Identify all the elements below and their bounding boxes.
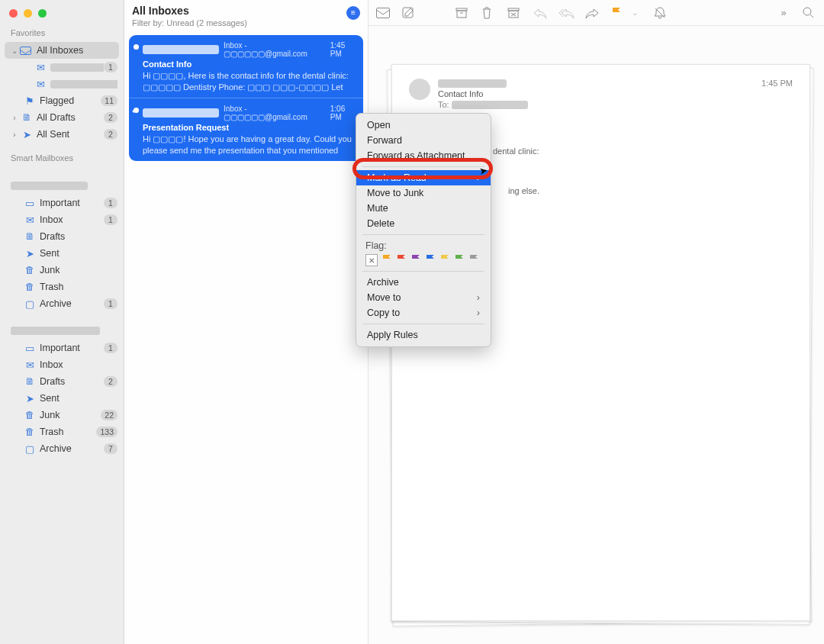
sidebar-item-label: Important: [40, 198, 104, 208]
inbox-icon: ✉︎: [34, 62, 47, 73]
sidebar-item-drafts[interactable]: 🗎 Drafts 2: [0, 373, 124, 390]
sidebar-item-label: Trash: [40, 427, 96, 437]
flag-orange-button[interactable]: [381, 254, 392, 263]
sidebar-item-junk[interactable]: 🗑 Junk 22: [0, 407, 124, 423]
drafts-icon: 🗎: [23, 231, 37, 242]
sidebar-item-account-a[interactable]: ✉︎ ▢▢▢▢▢@g… 1: [0, 59, 124, 76]
flag-yellow-button[interactable]: [439, 254, 450, 263]
flag-green-button[interactable]: [454, 254, 465, 263]
chevron-right-icon[interactable]: ›: [11, 114, 18, 122]
sidebar-item-sent[interactable]: ➤ Sent: [0, 390, 124, 407]
folder-icon: ▭: [23, 343, 37, 354]
account-header-1[interactable]: ▢▢▢▢▢@gmail.com: [0, 178, 124, 195]
sidebar-item-important[interactable]: ▭ Important 1: [0, 340, 124, 356]
sidebar-item-trash[interactable]: 🗑 Trash: [0, 279, 124, 295]
menu-forward[interactable]: Forward: [356, 133, 491, 148]
sidebar-item-label: Important: [40, 343, 104, 353]
sidebar-item-label: ▢▢▢▢▢@g…: [50, 62, 104, 72]
sidebar-item-sent[interactable]: ➤ Sent: [0, 245, 124, 262]
message-row[interactable]: ↩ ▢▢▢▢▢▢▢▢▢▢ Inbox - ▢▢▢▢▢▢@gmail.com 1:…: [129, 98, 363, 161]
drafts-icon: 🗎: [20, 112, 34, 123]
chevron-right-icon: ›: [477, 172, 480, 183]
filter-button[interactable]: ≡: [346, 6, 360, 20]
badge-count: 133: [96, 427, 117, 437]
junk-button[interactable]: [507, 8, 521, 18]
sidebar-item-all-sent[interactable]: › ➤ All Sent 2: [0, 126, 124, 143]
sidebar-item-label: Junk: [40, 265, 117, 275]
badge-count: 1: [104, 198, 117, 208]
menu-archive[interactable]: Archive: [356, 275, 491, 290]
flag-purple-button[interactable]: [410, 254, 421, 263]
sidebar-item-trash[interactable]: 🗑 Trash 133: [0, 423, 124, 440]
sidebar-item-label: Inbox: [40, 214, 104, 225]
forward-button[interactable]: [585, 8, 599, 18]
message-row[interactable]: ▢▢▢▢▢▢▢▢▢▢ Inbox - ▢▢▢▢▢▢@gmail.com 1:45…: [129, 35, 363, 98]
get-mail-button[interactable]: [376, 8, 390, 18]
flag-gray-button[interactable]: [468, 254, 479, 263]
chevron-right-icon[interactable]: ›: [11, 130, 18, 139]
flag-red-button[interactable]: [396, 254, 407, 263]
sidebar-item-all-inboxes[interactable]: ⌄ All Inboxes: [5, 42, 119, 59]
sidebar-item-account-b[interactable]: ✉︎ ▢▢▢▢▢▢▢▢▢▢▢: [0, 76, 124, 92]
sidebar-item-label: Inbox: [40, 359, 117, 370]
sidebar-item-label: All Drafts: [37, 112, 104, 123]
mail-to: To: ▢▢▢▢▢@gmail.com: [438, 100, 528, 109]
archive-button[interactable]: [455, 8, 469, 18]
sidebar-item-junk[interactable]: 🗑 Junk: [0, 262, 124, 279]
message-time: 1:45 PM: [330, 41, 356, 58]
menu-separator: [362, 271, 484, 272]
flag-button[interactable]: [611, 7, 625, 19]
reply-all-button[interactable]: [559, 8, 573, 18]
menu-delete[interactable]: Delete: [356, 216, 491, 231]
archive-icon: ▢: [23, 298, 37, 310]
menu-forward-as-attachment[interactable]: Forward as Attachment: [356, 148, 491, 163]
badge-count: 1: [104, 298, 117, 309]
sent-icon: ➤: [23, 248, 37, 259]
flag-dropdown-button[interactable]: ⌄: [628, 8, 642, 17]
flag-blue-button[interactable]: [425, 254, 436, 263]
sidebar-item-label: All Sent: [37, 129, 104, 140]
reply-button[interactable]: [533, 8, 547, 18]
message-preview: Hi ▢▢▢▢! Hope you are having a great day…: [143, 134, 356, 155]
inbox-icon: ✉︎: [23, 214, 37, 226]
menu-copy-to[interactable]: Copy to›: [356, 305, 491, 320]
compose-button[interactable]: [402, 7, 416, 19]
sidebar-item-all-drafts[interactable]: › 🗎 All Drafts 2: [0, 109, 124, 126]
mute-button[interactable]: [654, 7, 668, 19]
context-menu: Open Forward Forward as Attachment Mark …: [356, 113, 491, 347]
sidebar-item-drafts[interactable]: 🗎 Drafts: [0, 228, 124, 245]
menu-mute[interactable]: Mute: [356, 201, 491, 216]
minimize-window-button[interactable]: [24, 9, 32, 18]
search-button[interactable]: [803, 7, 816, 18]
menu-mark-as-read[interactable]: Mark as Read›: [356, 170, 491, 185]
menu-move-to-junk[interactable]: Move to Junk: [356, 185, 491, 201]
sidebar-item-important[interactable]: ▭ Important 1: [0, 195, 124, 211]
trash-icon: 🗑: [23, 427, 37, 437]
mail-subject: Contact Info: [438, 89, 528, 98]
menu-move-to[interactable]: Move to›: [356, 290, 491, 305]
sidebar-item-inbox[interactable]: ✉︎ Inbox 1: [0, 211, 124, 228]
menu-apply-rules[interactable]: Apply Rules: [356, 327, 491, 343]
badge-count: 2: [104, 376, 117, 387]
menu-open[interactable]: Open: [356, 118, 491, 133]
badge-count: 2: [104, 112, 117, 123]
window-controls: [0, 6, 124, 25]
sidebar-item-inbox[interactable]: ✉︎ Inbox: [0, 356, 124, 373]
sidebar-item-archive[interactable]: ▢ Archive 7: [0, 440, 124, 457]
zoom-window-button[interactable]: [38, 9, 47, 18]
flag-clear-button[interactable]: ✕: [365, 254, 378, 266]
message-time: 1:06 PM: [330, 105, 356, 121]
sidebar-item-flagged[interactable]: ⚑ Flagged 11: [0, 92, 124, 109]
overflow-button[interactable]: »: [777, 7, 790, 18]
close-window-button[interactable]: [9, 9, 18, 18]
account-header-2[interactable]: ▢▢▢▢▢▢▢▢▢▢▢▢▢: [0, 323, 124, 340]
message-via: Inbox - ▢▢▢▢▢▢@gmail.com: [224, 41, 321, 58]
trash-button[interactable]: [481, 7, 495, 19]
chevron-down-icon[interactable]: ⌄: [11, 47, 18, 55]
message-subject: Presentation Request: [143, 123, 356, 132]
sidebar-item-label: Drafts: [40, 231, 117, 242]
sidebar-item-label: All Inboxes: [37, 45, 113, 56]
sidebar-item-archive[interactable]: ▢ Archive 1: [0, 295, 124, 312]
sidebar-item-label: Archive: [40, 443, 104, 454]
trash-icon: 🗑: [23, 282, 37, 292]
